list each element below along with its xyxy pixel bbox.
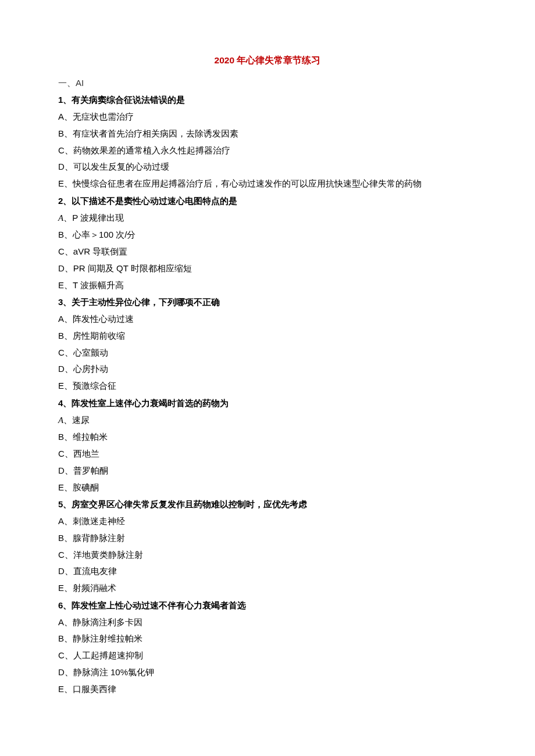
- question-option: D、PR 间期及 QT 时限都相应缩短: [58, 260, 477, 277]
- question-option: A、无症状也需治疗: [58, 109, 477, 125]
- question-option: B、房性期前收缩: [58, 328, 477, 344]
- question-option: A、刺激迷走神经: [58, 513, 477, 529]
- question-option: A、P 波规律出现: [58, 210, 477, 227]
- question-option: E、射频消融术: [58, 580, 477, 596]
- question-option: A、速尿: [58, 412, 477, 429]
- document-page: 2020 年心律失常章节练习 一、AI 1、有关病窦综合征说法错误的是 A、无症…: [0, 0, 535, 756]
- question-option: B、腺背静脉注射: [58, 530, 477, 546]
- question-option: A、阵发性心动过速: [58, 311, 477, 327]
- question-option: C、西地兰: [58, 446, 477, 462]
- section-label: 一、AI: [58, 75, 477, 91]
- question-option: D、静脉滴注 10%氯化钾: [58, 664, 477, 680]
- question-option: C、心室颤动: [58, 345, 477, 361]
- question-option: E、预激综合征: [58, 378, 477, 394]
- question-stem: 2、以下描述不是窦性心动过速心电图特点的是: [58, 193, 477, 209]
- question-option: C、aVR 导联倒置: [58, 243, 477, 260]
- question-option: E、快慢综合征患者在应用起搏器治疗后，有心动过速发作的可以应用抗快速型心律失常的…: [58, 175, 477, 192]
- page-title: 2020 年心律失常章节练习: [58, 52, 477, 69]
- question-option: B、有症状者首先治疗相关病因，去除诱发因素: [58, 126, 477, 142]
- question-option: C、洋地黄类静脉注射: [58, 547, 477, 563]
- question-option: A、静脉滴注利多卡因: [58, 614, 477, 630]
- question-option: E、胺碘酮: [58, 479, 477, 496]
- question-stem: 6、阵发性室上性心动过速不伴有心力衰竭者首选: [58, 597, 477, 614]
- question-option: D、普罗帕酮: [58, 463, 477, 479]
- question-option: B、维拉帕米: [58, 429, 477, 445]
- question-option: D、直流电友律: [58, 563, 477, 579]
- question-option: E、T 波振幅升高: [58, 277, 477, 293]
- question-option: C、药物效果差的通常植入永久性起搏器治疗: [58, 142, 477, 159]
- question-option: C、人工起搏超速抑制: [58, 647, 477, 664]
- question-option: B、静脉注射维拉帕米: [58, 630, 477, 647]
- option-text: 速尿: [72, 415, 90, 425]
- question-stem: 1、有关病窦综合征说法错误的是: [58, 92, 477, 108]
- question-stem: 5、房室交界区心律失常反复发作且药物难以控制时，应优先考虑: [58, 496, 477, 513]
- question-stem: 4、阵发性室上速伴心力衰竭时首选的药物为: [58, 395, 477, 411]
- question-option: D、心房扑动: [58, 361, 477, 377]
- option-text: P 波规律出现: [72, 213, 124, 223]
- question-option: B、心率＞100 次/分: [58, 227, 477, 243]
- question-stem: 3、关于主动性异位心律，下列哪项不正确: [58, 294, 477, 310]
- question-option: D、可以发生反复的心动过缓: [58, 159, 477, 175]
- question-option: E、口服美西律: [58, 681, 477, 697]
